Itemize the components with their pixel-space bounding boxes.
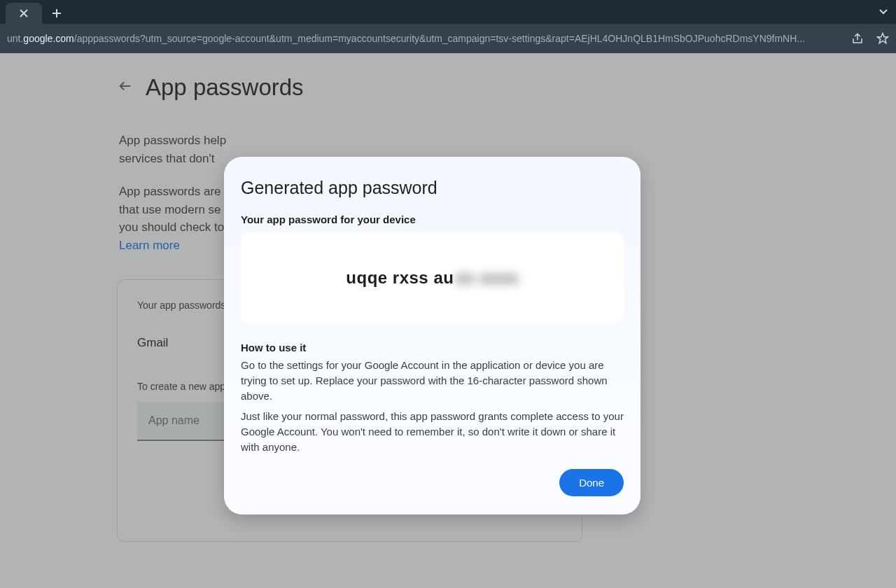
active-tab[interactable]: [6, 3, 42, 24]
chevron-down-icon[interactable]: [878, 6, 889, 17]
browser-chrome: unt.google.com/apppasswords?utm_source=g…: [0, 0, 896, 53]
generated-password-dialog: Generated app password Your app password…: [224, 157, 640, 514]
dialog-title: Generated app password: [241, 178, 624, 198]
password-obscured: xx xxxx: [455, 268, 518, 287]
star-icon[interactable]: [876, 32, 889, 45]
url-domain: google.com: [23, 33, 74, 44]
chrome-controls: [878, 6, 889, 17]
dialog-subtitle: Your app password for your device: [241, 214, 624, 225]
password-display-box: uqqe rxss auxx xxxx: [241, 232, 624, 323]
howto-title: How to use it: [241, 342, 624, 354]
url-text: unt.google.com/apppasswords?utm_source=g…: [7, 33, 843, 44]
share-icon[interactable]: [851, 32, 864, 45]
howto-paragraph-2: Just like your normal password, this app…: [241, 409, 624, 454]
address-bar[interactable]: unt.google.com/apppasswords?utm_source=g…: [0, 24, 896, 53]
howto-paragraph-1: Go to the settings for your Google Accou…: [241, 358, 624, 403]
done-button[interactable]: Done: [559, 469, 624, 496]
url-path: /apppasswords?utm_source=google-account&…: [74, 33, 805, 44]
password-visible: uqqe rxss au: [346, 268, 454, 287]
url-prefix: unt.: [7, 33, 23, 44]
new-tab-button[interactable]: [46, 3, 67, 24]
close-icon[interactable]: [20, 9, 28, 18]
tab-bar: [0, 0, 896, 24]
address-bar-icons: [851, 32, 889, 45]
plus-icon: [52, 8, 62, 18]
